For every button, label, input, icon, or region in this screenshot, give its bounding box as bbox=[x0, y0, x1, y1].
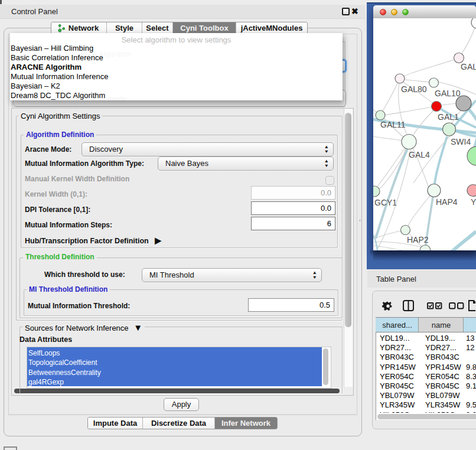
svg-text:GAL10: GAL10 bbox=[435, 89, 461, 98]
svg-text:YJ: YJ bbox=[471, 197, 476, 207]
svg-text:GAL4: GAL4 bbox=[409, 150, 430, 159]
svg-text:GAL80: GAL80 bbox=[401, 84, 427, 94]
svg-text:GCY1: GCY1 bbox=[374, 198, 397, 207]
svg-text:GAL1: GAL1 bbox=[438, 112, 459, 122]
svg-text:GAL7: GAL7 bbox=[461, 62, 476, 71]
svg-text:HAP4: HAP4 bbox=[436, 197, 458, 207]
svg-text:GAL11: GAL11 bbox=[380, 120, 406, 129]
svg-text:SWI4: SWI4 bbox=[451, 137, 471, 146]
svg-text:HAP2: HAP2 bbox=[407, 235, 429, 244]
